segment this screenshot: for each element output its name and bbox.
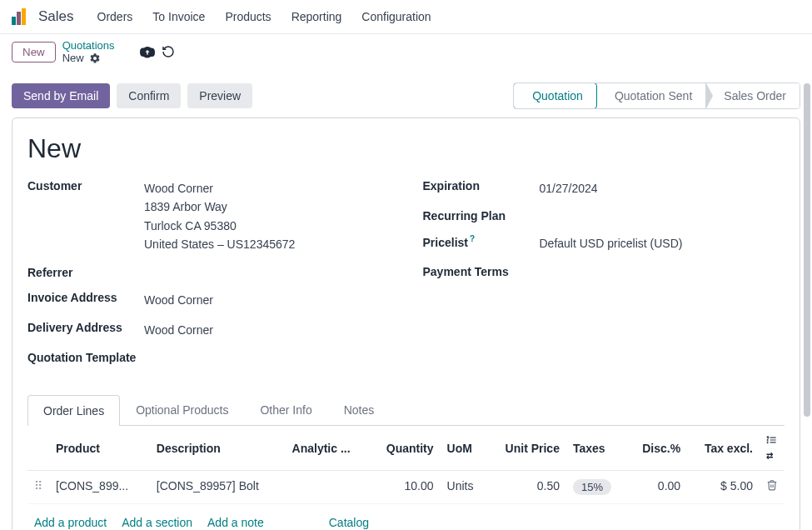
cell-unit-price[interactable]: 0.50 bbox=[487, 471, 566, 504]
drag-handle-icon[interactable]: ⠿ bbox=[27, 471, 49, 504]
cell-disc[interactable]: 0.00 bbox=[627, 471, 688, 504]
expiration-label: Expiration bbox=[423, 179, 540, 192]
col-product[interactable]: Product bbox=[49, 426, 150, 471]
app-logo-icon bbox=[12, 8, 28, 25]
col-unit-price[interactable]: Unit Price bbox=[487, 426, 566, 471]
confirm-button[interactable]: Confirm bbox=[117, 83, 181, 108]
add-product-link[interactable]: Add a product bbox=[34, 516, 107, 529]
tax-tag[interactable]: 15% bbox=[573, 479, 611, 495]
top-nav: Sales Orders To Invoice Products Reporti… bbox=[0, 0, 812, 34]
nav-reporting[interactable]: Reporting bbox=[283, 7, 351, 27]
cell-taxes[interactable]: 15% bbox=[566, 471, 627, 504]
customer-addr1: 1839 Arbor Way bbox=[144, 198, 295, 216]
payment-terms-label: Payment Terms bbox=[423, 265, 540, 278]
recurring-plan-label: Recurring Plan bbox=[423, 209, 540, 222]
tab-optional-products[interactable]: Optional Products bbox=[120, 394, 244, 425]
tab-notes[interactable]: Notes bbox=[328, 394, 391, 425]
breadcrumb-parent[interactable]: Quotations bbox=[62, 39, 115, 52]
cell-analytic[interactable] bbox=[286, 471, 370, 504]
breadcrumb-current: New bbox=[62, 52, 84, 64]
expiration-value[interactable]: 01/27/2024 bbox=[540, 179, 598, 198]
customer-addr2: Turlock CA 95380 bbox=[144, 217, 295, 235]
col-disc[interactable]: Disc.% bbox=[627, 426, 688, 471]
cell-product[interactable]: [CONS_899... bbox=[49, 471, 150, 504]
new-button[interactable]: New bbox=[12, 42, 56, 62]
table-row[interactable]: ⠿ [CONS_899... [CONS_89957] Bolt 10.00 U… bbox=[27, 471, 785, 504]
tab-order-lines[interactable]: Order Lines bbox=[27, 395, 120, 426]
cell-tax-excl: $ 5.00 bbox=[687, 471, 760, 504]
invoice-address-value[interactable]: Wood Corner bbox=[144, 291, 213, 309]
form-right-column: Expiration 01/27/2024 Recurring Plan Pri… bbox=[423, 179, 785, 376]
col-taxes[interactable]: Taxes bbox=[566, 426, 627, 471]
action-bar: Send by Email Confirm Preview Quotation … bbox=[0, 72, 812, 112]
form-card: New Customer Wood Corner 1839 Arbor Way … bbox=[12, 118, 800, 530]
col-analytic[interactable]: Analytic ... bbox=[286, 426, 370, 471]
invoice-address-label: Invoice Address bbox=[27, 291, 144, 304]
breadcrumb-row: New Quotations New bbox=[0, 34, 812, 72]
pricelist-label: Pricelist? bbox=[423, 234, 540, 249]
status-bar: Quotation Quotation Sent Sales Order bbox=[513, 82, 800, 109]
nav-orders[interactable]: Orders bbox=[89, 7, 142, 27]
nav-products[interactable]: Products bbox=[217, 7, 279, 27]
status-sales-order[interactable]: Sales Order bbox=[705, 83, 800, 108]
tab-other-info[interactable]: Other Info bbox=[244, 394, 327, 425]
record-title: New bbox=[27, 133, 785, 164]
preview-button[interactable]: Preview bbox=[187, 83, 252, 108]
table-bottom-actions: Add a product Add a section Add a note C… bbox=[27, 504, 785, 530]
gear-icon[interactable] bbox=[89, 52, 101, 64]
cell-quantity[interactable]: 10.00 bbox=[369, 471, 440, 504]
form-left-column: Customer Wood Corner 1839 Arbor Way Turl… bbox=[27, 179, 390, 376]
delivery-address-label: Delivery Address bbox=[27, 321, 144, 334]
cell-description[interactable]: [CONS_89957] Bolt bbox=[150, 471, 286, 504]
status-quotation-sent[interactable]: Quotation Sent bbox=[596, 83, 705, 108]
cell-uom[interactable]: Units bbox=[441, 471, 487, 504]
tabs: Order Lines Optional Products Other Info… bbox=[27, 394, 785, 426]
nav-configuration[interactable]: Configuration bbox=[353, 7, 439, 27]
col-tax-excl[interactable]: Tax excl. bbox=[687, 426, 760, 471]
app-name[interactable]: Sales bbox=[38, 8, 74, 25]
customer-addr3: United States – US12345672 bbox=[144, 235, 295, 253]
undo-icon[interactable] bbox=[162, 45, 175, 58]
status-quotation[interactable]: Quotation bbox=[513, 82, 597, 109]
customer-name: Wood Corner bbox=[144, 179, 295, 198]
referrer-label: Referrer bbox=[27, 266, 144, 279]
columns-options-icon[interactable]: ⇄ bbox=[760, 426, 785, 471]
customer-label: Customer bbox=[27, 179, 144, 192]
cloud-save-icon[interactable] bbox=[140, 44, 155, 59]
customer-value[interactable]: Wood Corner 1839 Arbor Way Turlock CA 95… bbox=[144, 179, 295, 254]
nav-to-invoice[interactable]: To Invoice bbox=[144, 7, 213, 27]
col-description[interactable]: Description bbox=[150, 426, 286, 471]
catalog-link[interactable]: Catalog bbox=[329, 516, 369, 529]
quotation-template-label: Quotation Template bbox=[27, 351, 136, 364]
add-note-link[interactable]: Add a note bbox=[207, 516, 264, 529]
add-section-link[interactable]: Add a section bbox=[122, 516, 192, 529]
order-lines-table: Product Description Analytic ... Quantit… bbox=[27, 426, 785, 504]
delivery-address-value[interactable]: Wood Corner bbox=[144, 321, 213, 339]
scrollbar[interactable] bbox=[804, 83, 810, 417]
delete-row-icon[interactable] bbox=[760, 471, 785, 504]
help-icon[interactable]: ? bbox=[470, 234, 475, 243]
pricelist-value[interactable]: Default USD pricelist (USD) bbox=[540, 234, 683, 252]
send-by-email-button[interactable]: Send by Email bbox=[12, 83, 110, 108]
col-uom[interactable]: UoM bbox=[441, 426, 487, 471]
col-quantity[interactable]: Quantity bbox=[369, 426, 440, 471]
